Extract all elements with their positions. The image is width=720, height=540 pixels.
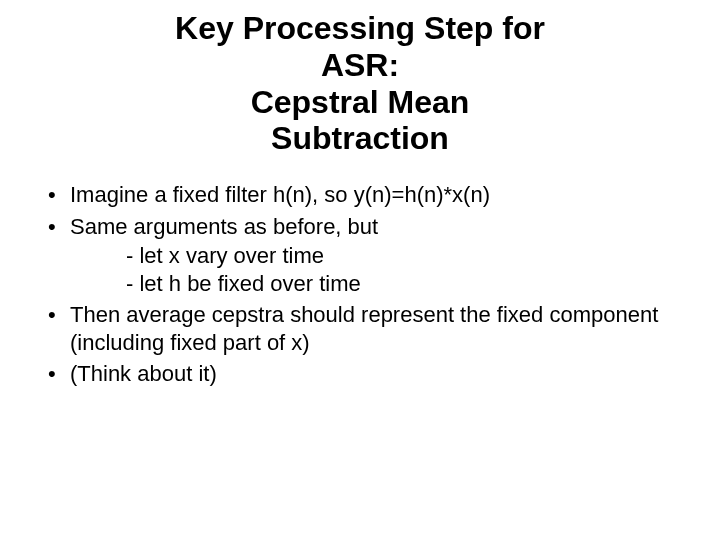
- bullet-item-2-sub-2: - let h be fixed over time: [126, 270, 684, 298]
- bullet-item-1: Imagine a fixed filter h(n), so y(n)=h(n…: [42, 181, 684, 209]
- slide-title: Key Processing Step for ASR: Cepstral Me…: [80, 10, 640, 157]
- bullet-item-3-text: Then average cepstra should represent th…: [70, 302, 658, 355]
- bullet-item-2: Same arguments as before, but - let x va…: [42, 213, 684, 298]
- bullet-item-1-text: Imagine a fixed filter h(n), so y(n)=h(n…: [70, 182, 490, 207]
- bullet-item-2-text: Same arguments as before, but: [70, 214, 378, 239]
- slide: Key Processing Step for ASR: Cepstral Me…: [0, 0, 720, 540]
- title-line-2: ASR:: [80, 47, 640, 84]
- title-line-1: Key Processing Step for: [80, 10, 640, 47]
- bullet-list: Imagine a fixed filter h(n), so y(n)=h(n…: [42, 181, 684, 388]
- title-line-3: Cepstral Mean: [80, 84, 640, 121]
- bullet-item-2-sub-1: - let x vary over time: [126, 242, 684, 270]
- bullet-item-4-text: (Think about it): [70, 361, 217, 386]
- bullet-item-3: Then average cepstra should represent th…: [42, 301, 684, 356]
- bullet-item-4: (Think about it): [42, 360, 684, 388]
- title-line-4: Subtraction: [80, 120, 640, 157]
- bullet-item-2-sublist: - let x vary over time - let h be fixed …: [126, 242, 684, 297]
